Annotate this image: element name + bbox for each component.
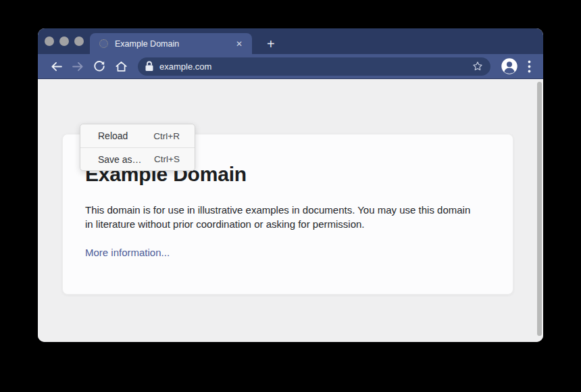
- page-viewport: Example Domain This domain is for use in…: [38, 79, 543, 342]
- home-icon: [114, 59, 128, 74]
- context-menu-item-reload[interactable]: Reload Ctrl+R: [80, 124, 195, 147]
- page-paragraph: This domain is for use in illustrative e…: [85, 203, 480, 231]
- scrollbar-thumb[interactable]: [537, 82, 542, 336]
- favicon-icon: [99, 39, 108, 48]
- profile-button[interactable]: [500, 57, 519, 76]
- forward-button[interactable]: [68, 56, 88, 76]
- menu-item-label: Save as…: [98, 154, 142, 165]
- url-text[interactable]: example.com: [159, 62, 211, 72]
- close-window-button[interactable]: [45, 36, 54, 46]
- menu-item-label: Reload: [98, 130, 128, 141]
- back-arrow-icon: [49, 59, 64, 74]
- menu-item-shortcut: Ctrl+S: [154, 154, 180, 164]
- tab-bar: Example Domain ✕ +: [38, 28, 543, 54]
- window-controls: [45, 36, 84, 46]
- home-button[interactable]: [111, 56, 131, 76]
- context-menu: Reload Ctrl+R Save as… Ctrl+S: [80, 124, 195, 171]
- browser-toolbar: example.com: [38, 54, 543, 79]
- zoom-window-button[interactable]: [74, 36, 84, 46]
- menu-item-shortcut: Ctrl+R: [153, 131, 180, 141]
- profile-avatar-icon: [501, 57, 518, 75]
- back-button[interactable]: [46, 56, 66, 76]
- more-information-link[interactable]: More information...: [85, 247, 170, 258]
- reload-icon: [93, 59, 106, 73]
- new-tab-button[interactable]: +: [264, 37, 278, 51]
- context-menu-item-save-as[interactable]: Save as… Ctrl+S: [80, 147, 195, 170]
- tab-close-icon[interactable]: ✕: [233, 38, 245, 50]
- browser-menu-button[interactable]: [523, 57, 535, 76]
- reload-button[interactable]: [89, 56, 109, 76]
- forward-arrow-icon: [71, 59, 85, 74]
- tab-example-domain[interactable]: Example Domain ✕: [90, 33, 252, 54]
- lock-icon[interactable]: [145, 61, 154, 72]
- bookmark-star-icon[interactable]: [472, 60, 484, 72]
- three-dots-icon: [528, 60, 531, 73]
- browser-window: Example Domain ✕ +: [38, 28, 543, 342]
- address-bar[interactable]: example.com: [138, 57, 490, 76]
- minimize-window-button[interactable]: [59, 36, 69, 46]
- tab-title: Example Domain: [115, 39, 233, 49]
